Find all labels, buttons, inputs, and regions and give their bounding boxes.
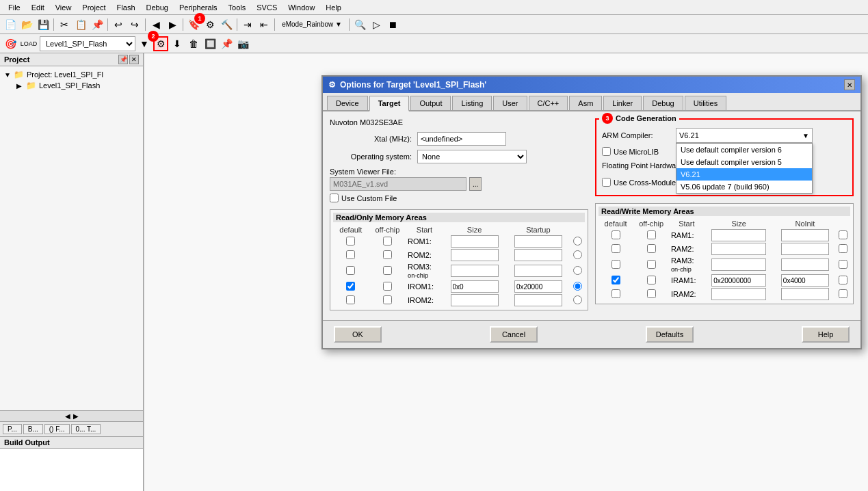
chip-btn[interactable]: 🔲 <box>202 36 218 51</box>
irom2-offchip[interactable] <box>383 295 392 304</box>
target-icon-btn[interactable]: 🎯 <box>3 36 18 51</box>
rom2-start[interactable] <box>451 249 499 261</box>
os-select[interactable]: None <box>417 150 527 163</box>
tab-templates[interactable]: 0... T... <box>71 424 101 434</box>
rom2-startup[interactable] <box>573 250 582 259</box>
irom1-startup[interactable] <box>573 282 582 291</box>
rom2-default[interactable] <box>346 250 355 259</box>
rom2-size[interactable] <box>514 249 562 261</box>
copy-btn[interactable]: 📋 <box>73 17 88 32</box>
ram2-default[interactable] <box>611 244 620 253</box>
cut-btn[interactable]: ✂ <box>57 17 72 32</box>
save-btn[interactable]: 💾 <box>36 17 51 32</box>
iram2-size[interactable] <box>781 288 829 300</box>
ram1-size[interactable] <box>781 229 829 241</box>
rom1-size[interactable] <box>514 235 562 248</box>
tab-asm[interactable]: Asm <box>569 96 602 110</box>
sys-viewer-browse-btn[interactable]: ... <box>469 177 482 191</box>
cross-module-checkbox[interactable] <box>602 178 611 187</box>
ram1-default[interactable] <box>611 230 620 239</box>
menu-edit[interactable]: Edit <box>26 2 50 13</box>
ram2-offchip[interactable] <box>647 244 656 253</box>
ram3-default[interactable] <box>611 260 620 269</box>
dbg1-btn[interactable]: 🔍 <box>352 17 367 32</box>
tree-item-project[interactable]: ▼ 📁 Project: Level1_SPI_Fl <box>3 69 140 80</box>
menu-flash[interactable]: Flash <box>111 2 141 13</box>
microlib-checkbox[interactable] <box>602 147 611 156</box>
tab-functions[interactable]: () F... <box>44 424 70 434</box>
emode-btn[interactable]: eMode_Rainbow ▼ <box>278 17 346 32</box>
rebuild-btn[interactable]: 🔨 <box>219 17 234 32</box>
ram2-size[interactable] <box>781 243 829 255</box>
ram1-start[interactable] <box>711 229 766 241</box>
tab-linker[interactable]: Linker <box>603 96 642 110</box>
iram1-noinit[interactable] <box>839 276 847 284</box>
defaults-btn[interactable]: Defaults <box>646 326 694 343</box>
rom3-start[interactable] <box>451 265 499 277</box>
dialog-close-btn[interactable]: ✕ <box>844 79 855 90</box>
tab-project[interactable]: P... <box>3 424 22 434</box>
sidebar-close-btn[interactable]: ✕ <box>129 55 139 64</box>
nav-back-btn[interactable]: ◀ <box>148 17 163 32</box>
iram2-start[interactable] <box>711 288 766 300</box>
scroll-right-btn[interactable]: ▶ <box>73 412 79 420</box>
ok-btn[interactable]: OK <box>334 326 382 343</box>
undo-btn[interactable]: ↩ <box>111 17 126 32</box>
indent-btn[interactable]: ⇥ <box>240 17 255 32</box>
dbg2-btn[interactable]: ▷ <box>369 17 384 32</box>
menu-debug[interactable]: Debug <box>141 2 174 13</box>
open-btn[interactable]: 📂 <box>19 17 34 32</box>
tab-debug[interactable]: Debug <box>643 96 683 110</box>
cancel-btn[interactable]: Cancel <box>490 326 538 343</box>
irom1-size[interactable] <box>514 280 562 293</box>
new-btn[interactable]: 📄 <box>3 17 18 32</box>
irom1-start[interactable] <box>451 280 499 293</box>
ram3-offchip[interactable] <box>647 260 656 269</box>
tab-device[interactable]: Device <box>327 96 368 110</box>
iram1-start[interactable] <box>711 274 766 287</box>
sys-viewer-input[interactable] <box>330 177 466 191</box>
tab-build[interactable]: B... <box>23 424 43 434</box>
rom1-start[interactable] <box>451 235 499 248</box>
option-default-v5[interactable]: Use default compiler version 5 <box>676 156 812 168</box>
ram2-noinit[interactable] <box>839 244 847 253</box>
menu-window[interactable]: Window <box>282 2 320 13</box>
menu-view[interactable]: View <box>50 2 77 13</box>
irom2-default[interactable] <box>346 295 355 304</box>
iram2-noinit[interactable] <box>839 289 847 298</box>
tab-user[interactable]: User <box>493 96 527 110</box>
unindent-btn[interactable]: ⇤ <box>257 17 272 32</box>
flash-download-btn[interactable]: ⬇ <box>170 36 185 51</box>
tab-listing[interactable]: Listing <box>452 96 492 110</box>
pin-btn[interactable]: 📌 <box>219 36 234 51</box>
scroll-left-btn[interactable]: ◀ <box>65 412 70 420</box>
iram2-default[interactable] <box>611 289 620 298</box>
load-btn[interactable]: LOAD <box>19 36 38 51</box>
irom1-offchip[interactable] <box>383 282 392 291</box>
rom3-startup[interactable] <box>573 266 582 275</box>
option-default-v6[interactable]: Use default compiler version 6 <box>676 144 812 156</box>
menu-help[interactable]: Help <box>320 2 347 13</box>
use-custom-checkbox[interactable] <box>330 194 339 202</box>
option-v621[interactable]: V6.21 <box>676 168 812 181</box>
arm-compiler-dropdown[interactable]: V6.21 ▼ Use default compiler version 6 U… <box>676 128 813 143</box>
xtal-input[interactable] <box>417 132 506 146</box>
menu-file[interactable]: File <box>3 2 26 13</box>
menu-project[interactable]: Project <box>77 2 111 13</box>
ram1-noinit[interactable] <box>839 230 847 239</box>
rom3-size[interactable] <box>514 265 562 277</box>
rom3-offchip[interactable] <box>383 266 392 275</box>
arm-compiler-selected[interactable]: V6.21 ▼ <box>676 128 813 143</box>
rom1-offchip[interactable] <box>383 237 392 246</box>
tab-target[interactable]: Target <box>369 96 410 111</box>
ram3-noinit[interactable] <box>839 260 847 269</box>
iram1-offchip[interactable] <box>647 276 656 284</box>
tab-c-cpp[interactable]: C/C++ <box>529 96 568 110</box>
irom2-start[interactable] <box>451 294 499 306</box>
ram2-start[interactable] <box>711 243 766 255</box>
iram1-default[interactable] <box>611 276 620 284</box>
ram3-start[interactable] <box>711 258 766 271</box>
tab-utilities[interactable]: Utilities <box>685 96 726 110</box>
dbg3-btn[interactable]: ⏹ <box>385 17 400 32</box>
redo-btn[interactable]: ↪ <box>127 17 142 32</box>
